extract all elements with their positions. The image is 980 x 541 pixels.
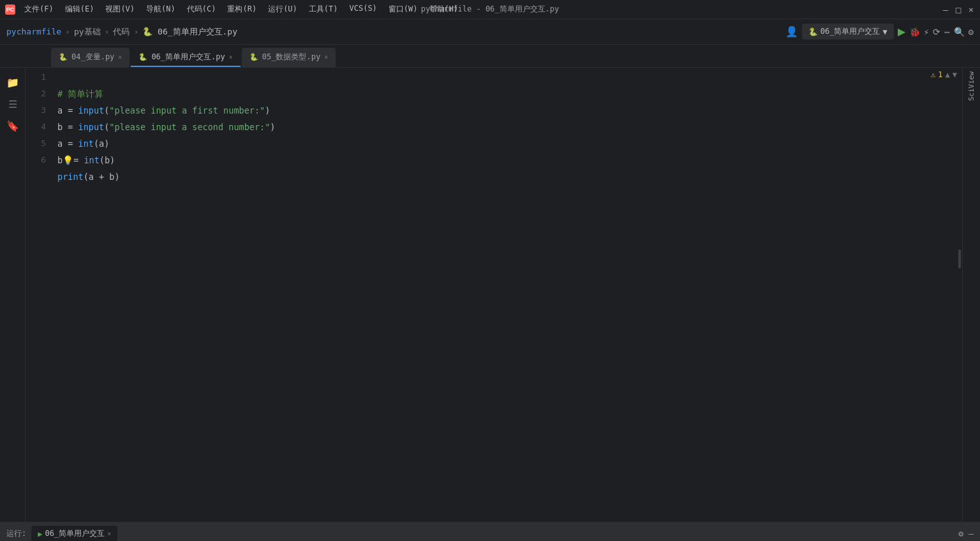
menu-item[interactable]: 重构(R) [222,3,262,16]
vertical-scrollbar[interactable] [958,249,961,269]
menu-item[interactable]: 运行(U) [263,3,302,16]
coverage-icon[interactable]: ⚡ [924,27,929,37]
warning-icon: ⚠ [931,70,935,79]
run-settings-icon[interactable]: ⚙ [958,529,963,538]
title-bar-left: PC 文件(F)编辑(E)视图(V)导航(N)代码(C)重构(R)运行(U)工具… [5,3,463,16]
breadcrumb-py[interactable]: py基础 [74,26,101,38]
menu-item[interactable]: 编辑(E) [60,3,100,16]
dropdown-icon: ▼ [882,27,887,36]
tab-icon: 🐍 [138,53,147,61]
file-icon: 🐍 [142,27,152,36]
debug-icon[interactable]: 🐞 [909,27,920,37]
run-tab-close[interactable]: × [107,530,111,537]
code-line-1: # 简单计算 [57,89,103,99]
main-layout: 📁 ☰ 🔖 1 2 3 4 5 6 # 简单计算 a = input("plea… [0,68,980,522]
code-line-2: a = input("please input a first number:"… [57,105,270,115]
menu-item[interactable]: 窗口(W) [383,3,423,16]
window-controls: — □ × [942,6,975,13]
code-editor[interactable]: 1 2 3 4 5 6 # 简单计算 a = input("please inp… [26,68,962,522]
far-right-panel: SciView [962,68,980,522]
run-config-icon: 🐍 [808,27,818,36]
code-line-3: b = input("please input a second number:… [57,122,275,132]
left-sidebar: 📁 ☰ 🔖 [0,68,26,522]
run-config-button[interactable]: 🐍 06_简单用户交互 ▼ [802,24,894,40]
tab-icon: 🐍 [249,53,258,61]
line-numbers: 1 2 3 4 5 6 [26,68,51,168]
code-content[interactable]: # 简单计算 a = input("please input a first n… [57,68,949,218]
prev-warning-button[interactable]: ▲ [946,70,950,79]
menu-item[interactable]: 导航(N) [141,3,181,16]
run-config-label: 06_简单用户交互 [820,26,880,37]
menu-item[interactable]: 工具(T) [304,3,343,16]
run-label: 运行: [6,528,26,539]
run-tab-icon: ▶ [38,530,42,538]
breadcrumb-code[interactable]: 代码 [113,26,130,38]
menu-bar: 文件(F)编辑(E)视图(V)导航(N)代码(C)重构(R)运行(U)工具(T)… [19,3,463,16]
close-button[interactable]: × [967,6,975,13]
tab-close-active[interactable]: × [229,54,233,61]
tab-icon: 🐍 [59,53,68,61]
folder-icon[interactable]: 📁 [3,73,22,92]
run-panel-header: 运行: ▶ 06_简单用户交互 × ⚙ — [0,522,980,541]
toolbar: pycharmfile › py基础 › 代码 › 🐍 06_简单用户交互.py… [0,19,980,45]
tab-04-variable[interactable]: 🐍 04_变量.py × [51,48,130,67]
account-icon[interactable]: 👤 [785,26,798,38]
app-logo: PC [5,4,15,15]
toolbar-right: 👤 🐍 06_简单用户交互 ▼ ▶ 🐞 ⚡ ⟳ ⋯ 🔍 ⚙ [785,24,974,40]
run-tab[interactable]: ▶ 06_简单用户交互 × [31,526,117,541]
comment: # 简单计算 [57,89,103,99]
run-tab-name: 06_简单用户交互 [45,528,105,539]
maximize-button[interactable]: □ [954,6,962,13]
run-button[interactable]: ▶ [898,26,905,38]
code-line-4: a = int(a) [57,138,109,149]
tab-label: 04_变量.py [71,52,114,63]
minimize-button[interactable]: — [942,6,949,13]
breadcrumb-file[interactable]: 🐍 06_简单用户交互.py [142,26,237,38]
settings-toolbar-icon[interactable]: ⚙ [969,27,974,37]
next-warning-button[interactable]: ▼ [953,70,957,79]
tab-close[interactable]: × [324,54,328,61]
run-minimize-icon[interactable]: — [969,529,974,538]
code-line-5: b💡= int(b) [57,155,115,165]
tab-05-types[interactable]: 🐍 05_数据类型.py × [242,48,336,67]
search-toolbar-icon[interactable]: 🔍 [954,27,965,37]
tab-label: 05_数据类型.py [262,52,320,63]
breadcrumb-sep2: › [105,27,110,36]
tab-close[interactable]: × [118,54,122,61]
run-panel: 运行: ▶ 06_简单用户交互 × ⚙ — ▶ ▲ ⚙ ▼ ⏎ 🖨 ⬛ 📌 🗑 … [0,522,980,541]
structure-icon[interactable]: ☰ [3,94,22,114]
tab-06-interaction[interactable]: 🐍 06_简单用户交互.py × [131,48,240,67]
editor-tabs: 🐍 04_变量.py × 🐍 06_简单用户交互.py × 🐍 05_数据类型.… [0,45,980,68]
warning-count: 1 [938,70,942,79]
project-name[interactable]: pycharmfile [6,27,61,36]
code-line-6: print(a + b) [57,172,120,182]
menu-item[interactable]: 代码(C) [182,3,221,16]
breadcrumb-sep3: › [133,27,138,36]
breadcrumb-sep: › [65,27,70,36]
title-bar: PC 文件(F)编辑(E)视图(V)导航(N)代码(C)重构(R)运行(U)工具… [0,0,980,19]
menu-item[interactable]: 视图(V) [100,3,140,16]
sciview-label[interactable]: SciView [966,68,977,105]
menu-item[interactable]: 文件(F) [19,3,59,16]
run-panel-controls: ⚙ — [958,529,974,538]
window-title: pycharmfile - 06_简单用户交互.py [421,4,560,15]
bookmark-icon[interactable]: 🔖 [3,116,22,135]
menu-item[interactable]: VCS(S) [345,3,382,16]
more-icon[interactable]: ⋯ [944,27,949,37]
profile-icon[interactable]: ⟳ [933,27,940,37]
tab-label: 06_简单用户交互.py [151,52,225,63]
warning-badge: ⚠ 1 ▲ ▼ [931,70,957,79]
